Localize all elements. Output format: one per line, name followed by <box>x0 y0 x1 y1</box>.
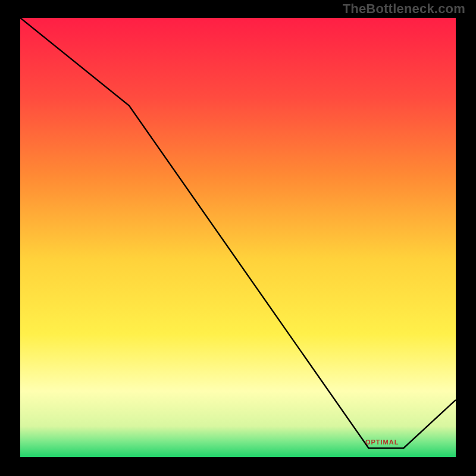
optimal-marker-label: OPTIMAL <box>365 439 399 446</box>
watermark-text: TheBottleneck.com <box>343 1 465 17</box>
chart-svg <box>20 18 456 457</box>
gradient-background <box>20 18 456 457</box>
chart-frame: TheBottleneck.com OPTIMAL <box>0 0 476 476</box>
plot-area: OPTIMAL <box>20 18 456 457</box>
